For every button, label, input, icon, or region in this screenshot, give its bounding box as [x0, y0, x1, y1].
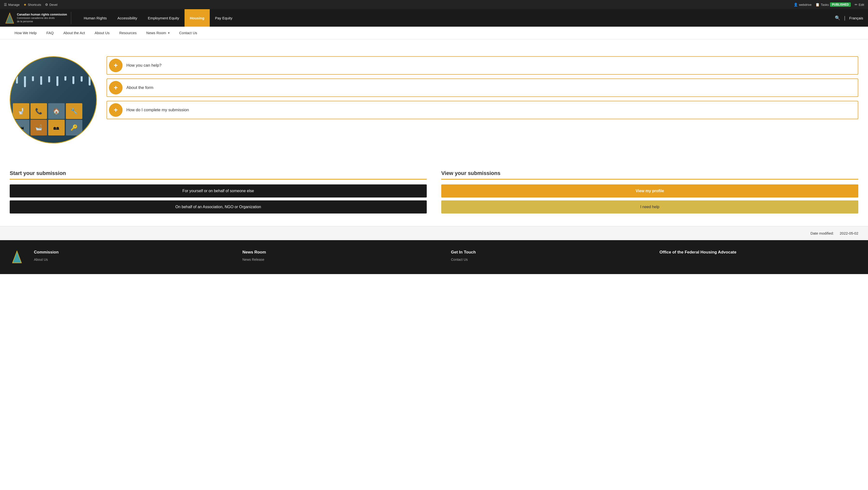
nav-accessibility[interactable]: Accessibility: [112, 9, 143, 27]
main-nav: Canadian human rights commission Commiss…: [0, 9, 868, 27]
nav-right: 🔍 | Français: [835, 15, 863, 21]
submit-for-yourself-button[interactable]: For yourself or on behalf of someone els…: [10, 184, 427, 198]
accordion-label-2: About the form: [126, 85, 154, 90]
icicle: [24, 76, 26, 87]
building-cell: 🔧: [66, 103, 82, 119]
building-cell: 🛏: [13, 120, 29, 136]
published-badge: PUBLISHED: [830, 2, 850, 7]
edit-item[interactable]: ✏ Edit: [855, 3, 864, 6]
manage-menu[interactable]: ☰ Manage: [4, 3, 20, 6]
icicle: [40, 76, 42, 85]
footer-link-contact-us[interactable]: Contact Us: [451, 258, 650, 261]
footer-col-newsroom: News Room News Release: [242, 250, 441, 264]
footer: Commission About Us News Room News Relea…: [0, 240, 868, 274]
date-modified-value: 2022-05-02: [840, 231, 858, 235]
accordion-item-1: + How you can help?: [106, 56, 858, 75]
footer-link-about-us[interactable]: About Us: [34, 258, 233, 261]
svg-marker-1: [6, 14, 13, 23]
footer-col-ofha: Office of the Federal Housing Advocate: [659, 250, 858, 264]
user-icon: 👤: [794, 3, 798, 6]
lang-toggle[interactable]: Français: [849, 16, 863, 20]
view-submissions-col: View your submissions View my profile I …: [441, 170, 858, 217]
gear-icon: ⚙: [45, 3, 48, 6]
building-illustration: 🚽 📞 🏠 🔧 🛏 🛁 🏘 🔑: [10, 56, 97, 143]
nav-human-rights[interactable]: Human Rights: [79, 9, 112, 27]
footer-col-get-in-touch: Get In Touch Contact Us: [451, 250, 650, 264]
nav-employment-equity[interactable]: Employment Equity: [143, 9, 184, 27]
sec-nav-faq[interactable]: FAQ: [41, 27, 58, 39]
accordion-toggle-1[interactable]: +: [109, 59, 123, 72]
svg-marker-3: [13, 252, 21, 263]
star-icon: ★: [24, 3, 27, 6]
content-area: 🚽 📞 🏠 🔧 🛏 🛁 🏘 🔑 + How you can help? + Ab…: [0, 39, 868, 165]
sec-nav-how-we-help[interactable]: How We Help: [10, 27, 41, 39]
building-cell: 🔑: [66, 120, 82, 136]
submission-section: Start your submission For yourself or on…: [0, 165, 868, 226]
need-help-button[interactable]: I need help: [441, 200, 858, 213]
icicle: [32, 76, 34, 81]
icicle: [89, 76, 91, 86]
accordion-toggle-2[interactable]: +: [109, 81, 123, 94]
nav-items: Human Rights Accessibility Employment Eq…: [79, 9, 835, 27]
commission-logo: [5, 12, 14, 24]
sec-nav-resources[interactable]: Resources: [114, 27, 142, 39]
footer-col-commission: Commission About Us: [34, 250, 233, 264]
sec-nav-about-the-act[interactable]: About the Act: [58, 27, 90, 39]
submit-for-org-button[interactable]: On behalf of an Association, NGO or Orga…: [10, 200, 427, 213]
footer-newsroom-title: News Room: [242, 250, 441, 255]
admin-bar: ☰ Manage ★ Shortcuts ⚙ Devel 👤 webdrive …: [0, 0, 868, 9]
edit-icon: ✏: [855, 3, 858, 6]
icicle: [64, 76, 66, 81]
logo-area: Canadian human rights commission Commiss…: [5, 12, 71, 24]
start-submission-title: Start your submission: [10, 170, 427, 179]
accordion-toggle-3[interactable]: +: [109, 103, 123, 117]
building-cell: 📞: [31, 103, 47, 119]
footer-commission-title: Commission: [34, 250, 233, 255]
icicle: [81, 76, 83, 82]
building-cell: 🚽: [13, 103, 29, 119]
devel-menu[interactable]: ⚙ Devel: [45, 3, 57, 6]
nav-pay-equity[interactable]: Pay Equity: [210, 9, 238, 27]
search-icon[interactable]: 🔍: [835, 15, 840, 21]
accordion-item-2: + About the form: [106, 79, 858, 97]
view-my-profile-button[interactable]: View my profile: [441, 184, 858, 198]
accordion-label-3: How do I complete my submission: [126, 108, 189, 112]
icicle: [56, 76, 58, 86]
building-cell: 🏘: [48, 120, 65, 136]
logo-text: Canadian human rights commission Commiss…: [17, 12, 67, 24]
secondary-nav: How We Help FAQ About the Act About Us R…: [0, 27, 868, 39]
nav-housing[interactable]: Housing: [185, 9, 210, 27]
accordion-area: + How you can help? + About the form + H…: [106, 49, 858, 151]
building-cell: 🛁: [31, 120, 47, 136]
date-modified-bar: Date modified: 2022-05-02: [0, 226, 868, 240]
icicles: [10, 76, 96, 87]
icicle: [48, 76, 50, 82]
sec-nav-contact-us[interactable]: Contact Us: [175, 27, 202, 39]
view-submissions-title: View your submissions: [441, 170, 858, 179]
sec-nav-about-us[interactable]: About Us: [90, 27, 115, 39]
date-modified-label: Date modified:: [810, 231, 834, 235]
footer-ofha-title: Office of the Federal Housing Advocate: [659, 250, 858, 255]
webdrive-item[interactable]: 👤 webdrive: [794, 3, 812, 6]
sec-nav-newsroom[interactable]: News Room ▾: [142, 27, 175, 39]
icicle: [16, 76, 18, 84]
hamburger-icon: ☰: [4, 3, 7, 6]
building-cell: 🏠: [48, 103, 65, 119]
accordion-item-3: + How do I complete my submission: [106, 101, 858, 119]
hero-image-area: 🚽 📞 🏠 🔧 🛏 🛁 🏘 🔑: [10, 49, 102, 151]
tasks-icon: 📋: [815, 3, 819, 6]
start-submission-col: Start your submission For yourself or on…: [10, 170, 427, 217]
footer-link-news-release[interactable]: News Release: [242, 258, 441, 261]
tasks-item[interactable]: 📋 Tasks PUBLISHED: [815, 2, 851, 7]
nav-divider: |: [844, 15, 845, 21]
shortcuts-menu[interactable]: ★ Shortcuts: [24, 3, 41, 6]
newsroom-chevron-icon: ▾: [168, 31, 169, 35]
building-grid: 🚽 📞 🏠 🔧 🛏 🛁 🏘 🔑: [13, 103, 83, 136]
footer-get-in-touch-title: Get In Touch: [451, 250, 650, 255]
icicle: [72, 76, 74, 84]
footer-maple-logo: [11, 250, 23, 264]
footer-logo: [10, 250, 24, 264]
accordion-label-1: How you can help?: [126, 63, 161, 68]
